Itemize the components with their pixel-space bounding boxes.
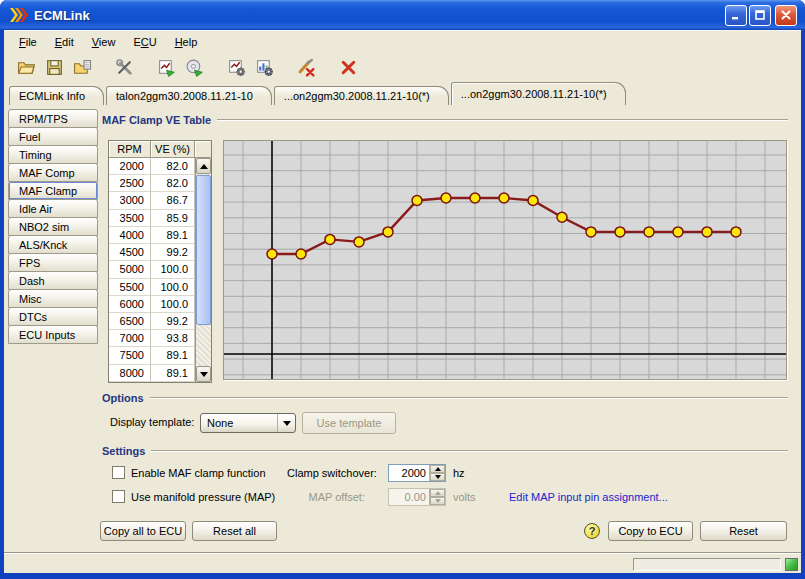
table-cell[interactable]: 3500 [109,210,151,227]
import-log-button[interactable] [154,55,178,79]
data-point[interactable] [615,227,625,237]
spin-up-button[interactable] [430,465,445,473]
map-offset-value[interactable]: 0.00 [389,489,429,505]
data-point[interactable] [499,193,509,203]
table-cell[interactable]: 100.0 [151,261,195,278]
sidebar-item-als-knck[interactable]: ALS/Knck [8,235,98,254]
sidebar-item-maf-comp[interactable]: MAF Comp [8,163,98,182]
table-cell[interactable]: 3000 [109,192,151,209]
data-point[interactable] [296,249,306,259]
data-point[interactable] [702,227,712,237]
spin-up-button[interactable] [430,489,445,497]
sidebar-item-timing[interactable]: Timing [8,145,98,164]
table-cell[interactable]: 89.1 [151,365,195,382]
tab-1-ecmlink-info[interactable]: ECMLink Info [9,86,104,105]
sidebar-item-fps[interactable]: FPS [8,253,98,272]
maximize-button[interactable] [749,5,771,26]
table-cell[interactable]: 6500 [109,313,151,330]
scrollbar-thumb[interactable] [196,175,211,325]
spin-down-button[interactable] [430,497,445,505]
table-cell[interactable]: 2500 [109,175,151,192]
sidebar-item-misc[interactable]: Misc [8,289,98,308]
ve-chart[interactable] [224,141,786,379]
table-cell[interactable]: 99.2 [151,244,195,261]
sidebar-item-maf-clamp[interactable]: MAF Clamp [8,181,98,200]
clamp-switchover-value[interactable]: 2000 [389,465,429,481]
data-point[interactable] [644,227,654,237]
clear-markers-button[interactable] [294,55,318,79]
copy-all-to-ecu-button[interactable]: Copy all to ECU [100,521,186,541]
table-cell[interactable]: 82.0 [151,158,195,175]
table-cell[interactable]: 85.9 [151,210,195,227]
delete-button[interactable] [336,55,360,79]
combo-dropdown-button[interactable] [277,414,295,432]
table-cell[interactable]: 4000 [109,227,151,244]
data-point[interactable] [731,227,741,237]
display-template-combo[interactable]: None [200,413,296,433]
table-scrollbar[interactable] [195,158,211,382]
menu-help[interactable]: Help [166,33,207,51]
sidebar-item-dtcs[interactable]: DTCs [8,307,98,326]
reset-all-button[interactable]: Reset all [192,521,277,541]
data-point[interactable] [470,193,480,203]
scroll-up-button[interactable] [196,158,211,174]
edit-map-pin-link[interactable]: Edit MAP input pin assignment... [509,491,668,503]
tab-4-on2ggm30-2008-11-21-10[interactable]: ...on2ggm30.2008.11.21-10(*) [451,82,626,105]
table-cell[interactable]: 100.0 [151,279,195,296]
table-cell[interactable]: 93.8 [151,330,195,347]
help-button[interactable]: ? [584,523,600,539]
clamp-switchover-spinner[interactable]: 2000 [388,464,446,482]
data-point[interactable] [383,227,393,237]
sidebar-item-dash[interactable]: Dash [8,271,98,290]
table-cell[interactable]: 8000 [109,365,151,382]
minimize-button[interactable] [725,5,747,26]
sidebar-item-rpm-tps[interactable]: RPM/TPS [8,109,98,128]
display-settings-button[interactable] [252,55,276,79]
menu-ecu[interactable]: ECU [124,33,165,51]
menu-edit[interactable]: Edit [46,33,83,51]
sidebar-item-idle-air[interactable]: Idle Air [8,199,98,218]
data-point[interactable] [528,196,538,206]
tab-2-talon2ggm30-2008-11-21-10[interactable]: talon2ggm30.2008.11.21-10 [106,86,272,105]
table-cell[interactable]: 5500 [109,279,151,296]
sidebar-item-ecu-inputs[interactable]: ECU Inputs [8,325,98,344]
menu-view[interactable]: View [83,33,125,51]
open-button[interactable] [14,55,38,79]
tools-button[interactable] [112,55,136,79]
table-cell[interactable]: 4500 [109,244,151,261]
sidebar-item-nbo2-sim[interactable]: NBO2 sim [8,217,98,236]
table-cell[interactable]: 99.2 [151,313,195,330]
save-button[interactable] [42,55,66,79]
reset-button[interactable]: Reset [700,521,787,541]
data-point[interactable] [441,193,451,203]
table-cell[interactable]: 7500 [109,347,151,364]
data-point[interactable] [325,234,335,244]
save-as-button[interactable] [70,55,94,79]
table-cell[interactable]: 6000 [109,296,151,313]
table-cell[interactable]: 82.0 [151,175,195,192]
spin-down-button[interactable] [430,473,445,481]
sidebar-item-fuel[interactable]: Fuel [8,127,98,146]
use-map-checkbox[interactable] [112,490,125,503]
graph-settings-button[interactable] [224,55,248,79]
table-cell[interactable]: 89.1 [151,227,195,244]
tab-3-on2ggm30-2008-11-21-10[interactable]: ...on2ggm30.2008.11.21-10(*) [274,86,449,105]
scroll-down-button[interactable] [196,366,211,382]
menu-file[interactable]: File [10,33,46,51]
table-cell[interactable]: 5000 [109,261,151,278]
copy-to-ecu-button[interactable]: Copy to ECU [608,521,693,541]
close-button[interactable] [775,5,797,26]
table-cell[interactable]: 86.7 [151,192,195,209]
data-point[interactable] [673,227,683,237]
flash-ecu-button[interactable] [182,55,206,79]
table-cell[interactable]: 2000 [109,158,151,175]
data-point[interactable] [412,196,422,206]
table-cell[interactable]: 7000 [109,330,151,347]
enable-maf-clamp-checkbox[interactable] [112,466,125,479]
data-point[interactable] [267,249,277,259]
data-point[interactable] [557,212,567,222]
use-template-button[interactable]: Use template [302,412,396,434]
data-point[interactable] [586,227,596,237]
map-offset-spinner[interactable]: 0.00 [388,488,446,506]
table-cell[interactable]: 100.0 [151,296,195,313]
